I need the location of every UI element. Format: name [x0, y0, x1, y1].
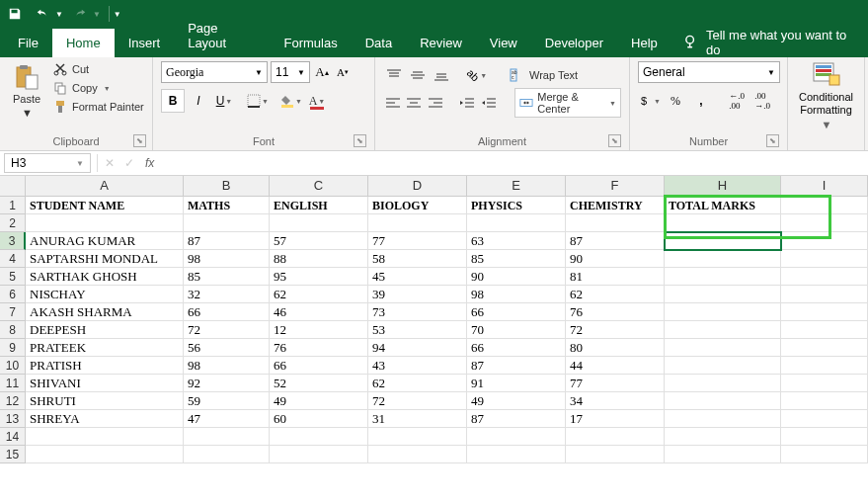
- font-launcher[interactable]: ⬊: [354, 134, 366, 147]
- cell-D12[interactable]: 72: [368, 392, 467, 410]
- row-header-6[interactable]: 6: [0, 286, 26, 303]
- tell-me-search[interactable]: Tell me what you want to do: [671, 28, 868, 57]
- cell-A13[interactable]: SHREYA: [26, 410, 184, 428]
- row-header-9[interactable]: 9: [0, 339, 26, 357]
- merge-center-button[interactable]: Merge & Center ▼: [514, 88, 621, 118]
- decrease-decimal-button[interactable]: .00→.0: [750, 89, 774, 113]
- cell-C14[interactable]: [270, 428, 368, 446]
- cell-F14[interactable]: [566, 428, 665, 446]
- cell-I1[interactable]: [781, 197, 868, 214]
- redo-dropdown[interactable]: ▼: [93, 10, 101, 19]
- cell-E15[interactable]: [467, 446, 566, 463]
- cell-D8[interactable]: 53: [368, 321, 467, 339]
- cell-E2[interactable]: [467, 214, 566, 232]
- row-header-2[interactable]: 2: [0, 214, 26, 232]
- cell-D15[interactable]: [368, 446, 467, 463]
- cell-C1[interactable]: ENGLISH: [270, 197, 368, 214]
- col-header-H[interactable]: H: [665, 176, 781, 197]
- cell-I2[interactable]: [781, 214, 868, 232]
- tab-developer[interactable]: Developer: [531, 29, 617, 57]
- cell-H3[interactable]: [665, 232, 781, 250]
- cell-I15[interactable]: [781, 446, 868, 463]
- cell-D2[interactable]: [368, 214, 467, 232]
- cell-H7[interactable]: [665, 303, 781, 321]
- cell-B5[interactable]: 85: [184, 268, 270, 286]
- cell-I11[interactable]: [781, 375, 868, 392]
- cell-E12[interactable]: 49: [467, 392, 566, 410]
- cell-H10[interactable]: [665, 357, 781, 375]
- cell-A1[interactable]: STUDENT NAME: [26, 197, 184, 214]
- cell-I3[interactable]: [781, 232, 868, 250]
- alignment-launcher[interactable]: ⬊: [608, 134, 621, 147]
- cell-D7[interactable]: 73: [368, 303, 467, 321]
- cell-C12[interactable]: 49: [270, 392, 368, 410]
- cell-D11[interactable]: 62: [368, 375, 467, 392]
- cell-I6[interactable]: [781, 286, 868, 303]
- fill-color-button[interactable]: ▼: [279, 89, 303, 113]
- increase-indent-button[interactable]: [479, 92, 499, 114]
- row-header-11[interactable]: 11: [0, 375, 26, 392]
- cell-B4[interactable]: 98: [184, 250, 270, 268]
- row-header-1[interactable]: 1: [0, 197, 26, 214]
- cell-C8[interactable]: 12: [270, 321, 368, 339]
- cell-C13[interactable]: 60: [270, 410, 368, 428]
- cell-A8[interactable]: DEEPESH: [26, 321, 184, 339]
- cell-E14[interactable]: [467, 428, 566, 446]
- cell-I5[interactable]: [781, 268, 868, 286]
- border-button[interactable]: ▼: [246, 89, 270, 113]
- row-header-13[interactable]: 13: [0, 410, 26, 428]
- row-header-15[interactable]: 15: [0, 446, 26, 463]
- cell-A5[interactable]: SARTHAK GHOSH: [26, 268, 184, 286]
- increase-font-button[interactable]: A▴: [313, 61, 331, 83]
- underline-button[interactable]: U▼: [212, 89, 236, 113]
- accounting-format-button[interactable]: $▼: [638, 89, 662, 113]
- cell-B2[interactable]: [184, 214, 270, 232]
- tab-insert[interactable]: Insert: [115, 29, 175, 57]
- cancel-formula-button[interactable]: ✕: [100, 153, 119, 173]
- cell-H4[interactable]: [665, 250, 781, 268]
- cell-I13[interactable]: [781, 410, 868, 428]
- cell-I9[interactable]: [781, 339, 868, 357]
- cell-H1[interactable]: TOTAL MARKS: [665, 197, 781, 214]
- align-middle-button[interactable]: [407, 64, 429, 86]
- cell-B6[interactable]: 32: [184, 286, 270, 303]
- cell-C9[interactable]: 76: [270, 339, 368, 357]
- increase-decimal-button[interactable]: ←.0.00: [725, 89, 749, 113]
- tab-help[interactable]: Help: [617, 29, 671, 57]
- cell-F3[interactable]: 87: [566, 232, 665, 250]
- cell-F12[interactable]: 34: [566, 392, 665, 410]
- cell-C10[interactable]: 66: [270, 357, 368, 375]
- enter-formula-button[interactable]: ✓: [119, 153, 139, 173]
- cell-A9[interactable]: PRATEEK: [26, 339, 184, 357]
- cell-A14[interactable]: [26, 428, 184, 446]
- font-size-select[interactable]: 11▼: [271, 61, 310, 83]
- cell-H14[interactable]: [665, 428, 781, 446]
- cell-I12[interactable]: [781, 392, 868, 410]
- cell-H13[interactable]: [665, 410, 781, 428]
- cell-D9[interactable]: 94: [368, 339, 467, 357]
- cell-F10[interactable]: 44: [566, 357, 665, 375]
- tab-home[interactable]: Home: [52, 29, 115, 57]
- cell-E9[interactable]: 66: [467, 339, 566, 357]
- tab-page-layout[interactable]: Page Layout: [174, 14, 270, 57]
- formula-input[interactable]: [160, 153, 868, 173]
- cell-B10[interactable]: 98: [184, 357, 270, 375]
- cell-B3[interactable]: 87: [184, 232, 270, 250]
- font-name-select[interactable]: Georgia▼: [161, 61, 268, 83]
- cell-F8[interactable]: 72: [566, 321, 665, 339]
- row-header-7[interactable]: 7: [0, 303, 26, 321]
- align-top-button[interactable]: [383, 64, 405, 86]
- tab-data[interactable]: Data: [352, 29, 406, 57]
- cell-C4[interactable]: 88: [270, 250, 368, 268]
- cell-C15[interactable]: [270, 446, 368, 463]
- cell-C6[interactable]: 62: [270, 286, 368, 303]
- align-center-button[interactable]: [405, 92, 425, 114]
- align-left-button[interactable]: [383, 92, 403, 114]
- cell-B1[interactable]: MATHS: [184, 197, 270, 214]
- cell-F6[interactable]: 62: [566, 286, 665, 303]
- cell-H5[interactable]: [665, 268, 781, 286]
- cell-F13[interactable]: 17: [566, 410, 665, 428]
- orientation-button[interactable]: ab▼: [466, 64, 488, 86]
- cell-I8[interactable]: [781, 321, 868, 339]
- cell-E13[interactable]: 87: [467, 410, 566, 428]
